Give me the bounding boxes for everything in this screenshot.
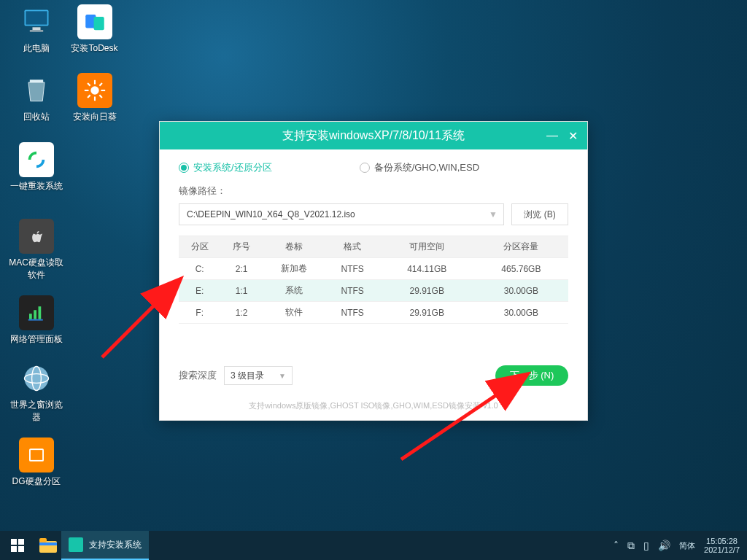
partition-cell: 软件 [263,302,325,324]
partition-cell: F: [179,302,220,324]
partition-row[interactable]: F:1:2软件NTFS29.91GB30.00GB [179,302,568,324]
desktop-icon-label: 安装向日葵 [67,111,122,123]
search-depth-select[interactable]: 3 级目录 ▼ [224,366,293,385]
desktop-icon-label: 一键重装系统 [9,180,63,192]
window-footer-text: 支持windows原版镜像,GHOST ISO镜像,GHO,WIM,ESD镜像安… [160,400,587,411]
installer-window: 支持安装windowsXP/7/8/10/11系统 ― ✕ 安装系统/还原分区 … [159,121,588,421]
svg-rect-4 [29,79,42,82]
svg-point-9 [24,367,48,391]
partition-row[interactable]: E:1:1系统NTFS29.91GB30.00GB [179,280,568,302]
taskbar-app-label: 支持安装系统 [89,539,142,551]
desktop-icon-this-pc[interactable]: 此电脑 [9,4,63,55]
partition-header: 卷标 [263,236,325,258]
partition-row[interactable]: C:2:1新加卷NTFS414.11GB465.76GB [179,258,568,280]
desktop-icon-label: 网络管理面板 [9,333,63,346]
partition-cell: E: [179,280,220,302]
search-depth-label: 搜索深度 [179,369,217,382]
desktop-icon-todesk[interactable]: 安装ToDesk [67,4,122,55]
battery-icon[interactable]: ▯ [643,540,649,551]
desktop-icon-net-panel[interactable]: 网络管理面板 [9,295,63,346]
svg-rect-30 [18,546,24,552]
iso-path-dropdown[interactable]: C:\DEEPIN_WIN10_X64_Q8_V2021.12.iso ▼ [179,203,504,225]
svg-line-23 [99,83,102,86]
browse-button[interactable]: 浏览 (B) [511,203,568,225]
system-tray: ˄ ⧉ ▯ 🔊 简体 15:05:28 2021/12/7 [606,531,747,560]
sunflower-icon [77,73,112,108]
partition-cell: 2:1 [220,258,262,280]
partition-cell: 系统 [263,280,325,302]
tab-backup[interactable]: 备份系统/GHO,WIN,ESD [360,161,479,174]
partition-header: 可用空间 [380,236,474,258]
tray-up-icon[interactable]: ˄ [614,540,619,551]
search-depth-value: 3 级目录 [231,370,264,382]
svg-rect-29 [11,546,17,552]
partition-cell: 1:2 [220,302,262,324]
volume-icon[interactable]: 🔊 [658,540,670,551]
svg-rect-7 [38,306,41,319]
tab-install-restore[interactable]: 安装系统/还原分区 [179,161,272,174]
svg-rect-32 [39,538,47,542]
globe-icon [19,361,54,396]
svg-line-24 [88,95,90,98]
app-icon [69,537,83,552]
svg-rect-3 [29,30,42,32]
desktop-icon-dg[interactable]: DG硬盘分区 [9,438,63,488]
ime-indicator[interactable]: 简体 [679,540,695,551]
close-button[interactable]: ✕ [562,125,583,146]
partition-table: 分区序号卷标格式可用空间分区容量 C:2:1新加卷NTFS414.11GB465… [179,236,568,324]
desktop-icon-label: 此电脑 [9,42,63,55]
todesk-icon [77,4,112,39]
reinstall-icon [19,142,54,177]
clock-date: 2021/12/7 [704,545,740,554]
desktop-icon-label: 回收站 [9,111,63,123]
desktop-icon-recycle[interactable]: 回收站 [9,73,63,123]
partition-cell: 29.91GB [380,280,474,302]
partition-cell: 1:1 [220,280,262,302]
desktop-icon-label: 世界之窗浏览器 [9,399,63,424]
iso-path-value: C:\DEEPIN_WIN10_X64_Q8_V2021.12.iso [187,209,355,219]
desktop-icon-sunlogin[interactable]: 安装向日葵 [67,73,122,123]
svg-rect-6 [34,310,36,319]
partition-header: 格式 [325,236,380,258]
svg-line-21 [88,83,90,86]
clock-time: 15:05:28 [704,537,740,545]
caret-down-icon: ▼ [279,372,286,380]
svg-rect-1 [26,11,47,24]
taskbar-clock[interactable]: 15:05:28 2021/12/7 [704,537,740,554]
window-body: 安装系统/还原分区 备份系统/GHO,WIN,ESD 镜像路径： C:\DEEP… [160,149,587,331]
partition-header: 分区 [179,236,220,258]
svg-rect-28 [18,539,24,545]
next-button[interactable]: 下一步 (N) [495,365,568,386]
monitor-icon [19,4,54,39]
desktop-icon-mac-reader[interactable]: MAC硬盘读取软件 [9,219,63,281]
partition-cell: 30.00GB [474,302,568,324]
taskbar-active-app[interactable]: 支持安装系统 [61,531,149,560]
tab-label: 备份系统/GHO,WIN,ESD [374,161,479,174]
minimize-button[interactable]: ― [542,125,562,146]
radio-dot-icon [360,163,370,173]
svg-rect-2 [32,27,40,30]
desktop-icon-reinstall[interactable]: 一键重装系统 [9,142,63,192]
svg-rect-8 [28,319,42,321]
partition-cell: NTFS [325,302,380,324]
desktop-icon-label: MAC硬盘读取软件 [9,257,63,281]
svg-rect-5 [29,314,32,319]
svg-line-22 [99,95,102,98]
taskbar-explorer[interactable] [35,531,61,560]
partition-cell: C: [179,258,220,280]
svg-rect-13 [30,450,42,460]
partition-cell: NTFS [325,258,380,280]
svg-rect-33 [39,542,57,545]
taskbar: 支持安装系统 ˄ ⧉ ▯ 🔊 简体 15:05:28 2021/12/7 [0,531,747,560]
desktop-icon-label: DG硬盘分区 [9,475,63,488]
tab-label: 安装系统/还原分区 [193,161,272,174]
network-icon[interactable]: ⧉ [627,540,635,552]
apple-icon [19,219,54,254]
svg-point-16 [90,86,98,94]
partition-header: 分区容量 [474,236,568,258]
partition-header: 序号 [220,236,262,258]
partition-cell: 414.11GB [380,258,474,280]
desktop-icon-world-browser[interactable]: 世界之窗浏览器 [9,361,63,424]
partition-cell: NTFS [325,280,380,302]
start-button[interactable] [0,531,35,560]
